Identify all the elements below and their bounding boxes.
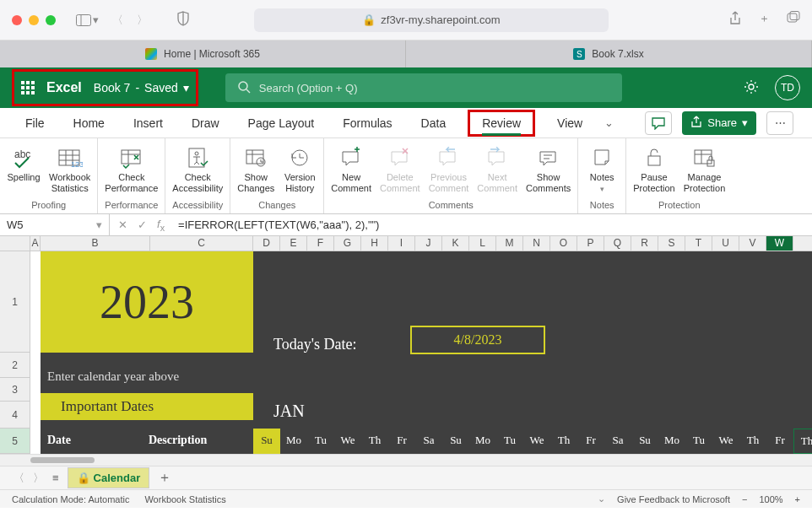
col-header[interactable]: D (253, 236, 280, 251)
menu-more-chevron-icon[interactable]: ⌄ (604, 116, 614, 129)
col-header[interactable]: B (41, 236, 150, 251)
app-launcher-button[interactable] (21, 81, 35, 94)
spelling-icon: abc (12, 145, 35, 170)
col-header[interactable]: I (388, 236, 415, 251)
shield-icon[interactable] (176, 11, 190, 29)
row-header[interactable]: 1 (0, 251, 30, 353)
all-sheets-icon[interactable]: ≡ (52, 472, 59, 484)
spelling-button[interactable]: abc Spelling (5, 142, 42, 200)
col-header[interactable]: O (550, 236, 577, 251)
search-icon (237, 80, 251, 96)
workbook-stats-label[interactable]: Workbook Statistics (144, 494, 225, 504)
file-name-button[interactable]: Book 7 - Saved ▾ (94, 81, 189, 94)
new-comment-button[interactable]: New Comment (329, 142, 373, 200)
status-right: ⌄ Give Feedback to Microsoft − 100% + (598, 493, 800, 504)
ribbon-group-label: Comments (429, 200, 474, 212)
check-accessibility-button[interactable]: Check Accessibility (171, 142, 225, 200)
browser-tab-home[interactable]: Home | Microsoft 365 (0, 40, 406, 67)
add-sheet-button[interactable]: ＋ (158, 469, 171, 487)
col-header[interactable]: M (496, 236, 523, 251)
menu-tab-formulas[interactable]: Formulas (336, 110, 398, 137)
sheet-tab-calendar[interactable]: 🔒 Calendar (68, 467, 150, 488)
name-box-value: W5 (7, 218, 24, 231)
help-dropdown-icon[interactable]: ⌄ (598, 493, 605, 504)
maximize-window-button[interactable] (46, 15, 56, 25)
col-header-active[interactable]: W (766, 236, 793, 251)
col-header[interactable]: R (631, 236, 658, 251)
back-button[interactable]: 〈 (112, 13, 123, 28)
fx-icon[interactable]: fx (157, 218, 165, 233)
col-header[interactable]: U (712, 236, 739, 251)
scrollbar-thumb[interactable] (30, 457, 95, 463)
col-header[interactable]: A (30, 236, 41, 251)
col-header[interactable]: P (577, 236, 604, 251)
feedback-link[interactable]: Give Feedback to Microsoft (617, 494, 730, 504)
share-button[interactable]: Share ▾ (682, 111, 756, 135)
zoom-in-button[interactable]: + (795, 494, 800, 504)
menu-tab-home[interactable]: Home (67, 110, 111, 137)
notes-button[interactable]: Notes ▾ (583, 142, 620, 200)
row-header[interactable]: 4 (0, 402, 30, 429)
workbook-statistics-button[interactable]: 123 Workbook Statistics (47, 142, 92, 200)
share-icon[interactable] (728, 11, 742, 29)
cells[interactable]: 2023 Today's Date: 4/8/2023 Enter calend… (30, 251, 812, 454)
col-header[interactable]: K (442, 236, 469, 251)
menu-tab-file[interactable]: File (19, 110, 51, 137)
menu-tab-review[interactable]: Review (468, 110, 535, 137)
col-header[interactable]: H (361, 236, 388, 251)
address-bar[interactable]: 🔒 zf3vr-my.sharepoint.com (254, 8, 609, 32)
search-box[interactable]: Search (Option + Q) (225, 73, 622, 102)
row-header-active[interactable]: 5 (0, 429, 30, 454)
check-performance-button[interactable]: Check Performance (103, 142, 160, 200)
menu-tab-view[interactable]: View (550, 110, 589, 137)
ribbon-group-notes: Notes ▾ Notes (578, 138, 626, 213)
manage-protection-button[interactable]: Manage Protection (682, 142, 728, 200)
row-header[interactable]: 2 (0, 353, 30, 378)
show-comments-button[interactable]: Show Comments (524, 142, 572, 200)
col-header[interactable]: J (415, 236, 442, 251)
url-text: zf3vr-my.sharepoint.com (381, 13, 500, 26)
tab-nav-next-icon[interactable]: 〉 (33, 471, 44, 486)
col-header[interactable]: T (685, 236, 712, 251)
col-header[interactable]: G (334, 236, 361, 251)
col-header[interactable]: N (523, 236, 550, 251)
forward-button[interactable]: 〉 (137, 13, 148, 28)
col-header[interactable]: Q (604, 236, 631, 251)
col-header[interactable]: F (307, 236, 334, 251)
more-options-button[interactable]: ⋯ (766, 111, 793, 135)
menu-tab-page-layout[interactable]: Page Layout (241, 110, 322, 137)
row-header[interactable]: 3 (0, 378, 30, 402)
col-header[interactable]: E (280, 236, 307, 251)
comments-pane-button[interactable] (645, 111, 672, 135)
horizontal-scrollbar[interactable] (0, 454, 812, 466)
settings-icon[interactable] (743, 78, 760, 98)
sharepoint-icon: S (573, 48, 585, 60)
tabs-overview-icon[interactable] (787, 11, 800, 29)
sidebar-toggle-button[interactable]: ▾ (76, 13, 99, 26)
menu-tab-data[interactable]: Data (414, 110, 453, 137)
minimize-window-button[interactable] (29, 15, 39, 25)
ribbon-label: New Comment (331, 172, 371, 194)
name-box[interactable]: W5 ▾ (0, 214, 110, 235)
user-avatar[interactable]: TD (775, 75, 800, 100)
cancel-formula-icon[interactable]: ✕ (118, 218, 127, 231)
col-header[interactable]: C (150, 236, 253, 251)
menu-tab-draw[interactable]: Draw (185, 110, 226, 137)
col-header[interactable]: V (739, 236, 766, 251)
new-tab-icon[interactable]: ＋ (759, 11, 770, 29)
important-dates-header: Important Dates (41, 393, 253, 420)
zoom-out-button[interactable]: − (742, 494, 747, 504)
tab-nav-prev-icon[interactable]: 〈 (14, 471, 24, 486)
formula-bar[interactable]: =IFERROR(LEFT(TEXT(W6,"aaa"), 2),"") (173, 218, 812, 231)
version-history-button[interactable]: Version History (281, 142, 318, 200)
close-window-button[interactable] (12, 15, 22, 25)
col-header[interactable]: L (469, 236, 496, 251)
accept-formula-icon[interactable]: ✓ (138, 218, 147, 231)
select-all-corner[interactable] (0, 236, 30, 251)
menu-tab-insert[interactable]: Insert (127, 110, 170, 137)
browser-tab-book7[interactable]: S Book 7.xlsx (406, 40, 812, 67)
col-header[interactable]: S (658, 236, 685, 251)
day-cell: Tu (685, 429, 712, 454)
show-changes-button[interactable]: Show Changes (235, 142, 276, 200)
pause-protection-button[interactable]: Pause Protection (631, 142, 677, 200)
